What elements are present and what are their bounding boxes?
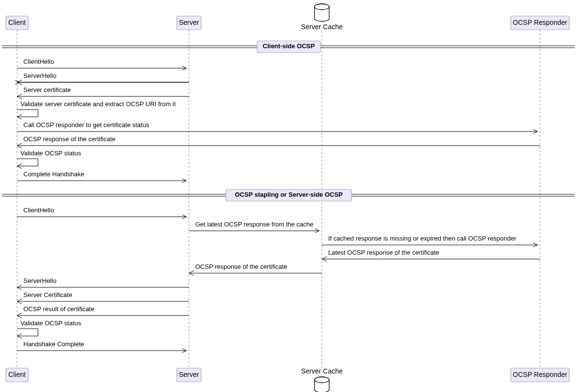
message-server-hello-1: ServerHello [19, 72, 189, 82]
participant-server-label-bottom: Server [179, 371, 199, 378]
message-client-hello-1: ClientHello [17, 58, 186, 68]
message-label: Validate OCSP status [20, 149, 81, 157]
message-label: Call OCSP responder to get certificate s… [23, 121, 149, 129]
message-label: If cached response is missing or expired… [328, 235, 517, 242]
divider-label-2: OCSP stapling or Server-side OCSP [235, 191, 343, 198]
message-label: ServerHello [23, 72, 56, 79]
message-complete-handshake: Complete Handshake [17, 170, 186, 181]
divider-client-side-ocsp: Client-side OCSP [2, 41, 575, 53]
message-client-hello-2: ClientHello [17, 206, 186, 217]
message-call-ocsp: Call OCSP responder to get certificate s… [17, 121, 538, 131]
participant-responder-label-bottom: OCSP Responder [513, 371, 567, 378]
divider-label-1: Client-side OCSP [263, 42, 315, 50]
participant-server-bottom: Server [177, 368, 201, 382]
message-label: Server certificate [23, 86, 71, 93]
message-label: Validate server certificate and extract … [20, 100, 176, 108]
participant-cache-bottom: Server Cache [301, 367, 343, 392]
participant-server-label-top: Server [179, 19, 199, 26]
message-label: ServerHello [23, 277, 56, 284]
message-label: OCSP result of certificate [23, 305, 94, 313]
message-label: Handshake Complete [23, 340, 84, 348]
message-server-certificate: Server certificate [17, 86, 189, 99]
message-handshake-complete: Handshake Complete [17, 340, 186, 351]
message-label: OCSP response of the certificate [23, 135, 115, 143]
svg-point-1 [315, 4, 329, 10]
message-validate-ocsp-1: Validate OCSP status [17, 149, 81, 168]
svg-point-31 [315, 377, 329, 383]
participant-client-label-bottom: Client [8, 371, 26, 378]
participant-client-top: Client [6, 16, 28, 30]
message-server-hello-1-line [17, 80, 189, 85]
divider-ocsp-stapling: OCSP stapling or Server-side OCSP [2, 189, 575, 201]
message-validate-extract: Validate server certificate and extract … [17, 100, 176, 119]
participant-cache-label-bottom: Server Cache [301, 367, 343, 375]
message-label: ClientHello [23, 58, 54, 65]
message-server-certificate-2: Server Certificate [17, 291, 189, 304]
participant-cache-top: Server Cache [301, 4, 343, 31]
message-label: Get latest OCSP response from the cache [195, 221, 314, 228]
message-get-from-cache: Get latest OCSP response from the cache [189, 221, 319, 231]
message-label: Validate OCSP status [20, 319, 81, 327]
sequence-diagram: Server Cache Client Server OCSP Responde… [0, 0, 578, 392]
message-label: OCSP response of the certificate [195, 263, 287, 270]
participant-cache-label-top: Server Cache [301, 23, 343, 31]
participant-server-top: Server [177, 16, 201, 30]
message-validate-ocsp-2: Validate OCSP status [17, 319, 81, 338]
message-server-hello-2: ServerHello [17, 277, 189, 290]
message-cache-miss-call: If cached response is missing or expired… [322, 235, 538, 245]
message-ocsp-response-1: OCSP response of the certificate [17, 135, 540, 148]
participant-responder-label-top: OCSP Responder [513, 19, 567, 26]
message-ocsp-response-2: OCSP response of the certificate [189, 263, 322, 276]
message-latest-ocsp-response: Latest OCSP response of the certificate [322, 249, 540, 261]
participant-client-label-top: Client [8, 19, 26, 26]
message-label: Complete Handshake [23, 170, 84, 178]
message-ocsp-result: OCSP result of certificate [17, 305, 189, 318]
participant-responder-bottom: OCSP Responder [511, 368, 569, 382]
participant-client-bottom: Client [6, 368, 28, 382]
participant-responder-top: OCSP Responder [511, 16, 569, 30]
message-label: ClientHello [23, 206, 54, 214]
message-label: Latest OCSP response of the certificate [328, 249, 439, 256]
message-label: Server Certificate [23, 291, 72, 299]
